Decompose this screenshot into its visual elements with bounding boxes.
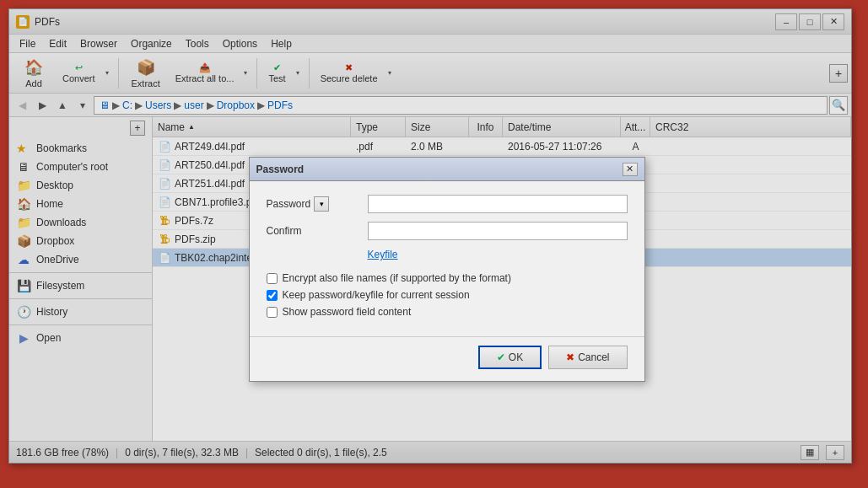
show-password-label: Show password field content [283,306,412,318]
password-label: Password [267,198,311,210]
password-input[interactable] [368,195,628,213]
show-password-checkbox[interactable] [267,307,278,318]
confirm-input[interactable] [368,222,628,240]
password-dialog: Password ✕ Password ▾ Confirm Keyfile [249,157,645,382]
ok-icon: ✔ [497,351,505,363]
cancel-button[interactable]: ✖ Cancel [548,346,627,369]
ok-label: OK [509,351,523,363]
confirm-label: Confirm [267,225,302,237]
cancel-icon: ✖ [566,351,574,363]
dialog-body: Password ▾ Confirm Keyfile Encrypt also … [250,181,644,336]
keyfile-link[interactable]: Keyfile [368,249,398,260]
dialog-title-bar: Password ✕ [250,158,644,181]
confirm-field-row: Confirm [267,222,628,240]
checkbox-encrypt-row: Encrypt also file names (if supported by… [267,272,628,284]
dialog-overlay: Password ✕ Password ▾ Confirm Keyfile [0,0,868,488]
checkbox-show-row: Show password field content [267,306,628,318]
encrypt-filenames-label: Encrypt also file names (if supported by… [283,272,511,284]
encrypt-filenames-checkbox[interactable] [267,273,278,284]
dialog-close-button[interactable]: ✕ [623,163,638,176]
checkbox-keep-row: Keep password/keyfile for current sessio… [267,289,628,301]
dialog-footer: ✔ OK ✖ Cancel [250,336,644,381]
keep-password-checkbox[interactable] [267,290,278,301]
keep-password-label: Keep password/keyfile for current sessio… [283,289,470,301]
cancel-label: Cancel [578,351,609,363]
password-dropdown-btn[interactable]: ▾ [314,196,329,212]
ok-button[interactable]: ✔ OK [478,346,542,369]
dialog-title: Password [256,164,623,175]
password-field-row: Password ▾ [267,195,628,213]
